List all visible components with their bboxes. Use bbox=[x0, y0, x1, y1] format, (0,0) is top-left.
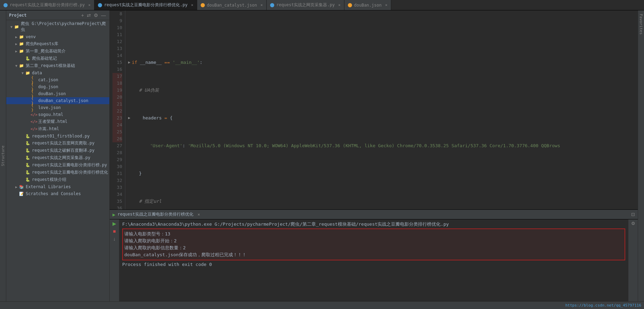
rerun-button[interactable]: ▶ bbox=[112, 221, 116, 226]
tab-1[interactable]: request实战之豆瓣电影分类排行榜.py × bbox=[0, 0, 94, 10]
sidebar-item-ch1[interactable]: ▶ 📁 第一章_爬虫基础简介 bbox=[6, 48, 109, 55]
sidebar-item-venv[interactable]: ▶ 📁 venv bbox=[6, 33, 109, 40]
sidebar-item-requests[interactable]: ▶ 📁 爬虫Requests库 bbox=[6, 40, 109, 48]
data-folder-icon: 📁 bbox=[25, 70, 31, 76]
run-tab[interactable]: ▶ request实战之豆瓣电影分类排行榜优化 × bbox=[112, 211, 200, 217]
scratches-label: Scratches and Consoles bbox=[26, 191, 81, 196]
scratches-arrow bbox=[14, 191, 19, 196]
terminal-cmd: F:\Anaconda3\Anaconda3\python.exe G:/Pro… bbox=[122, 221, 625, 228]
tab-5[interactable]: douBan.json × bbox=[344, 0, 391, 10]
requests-arrow: ▶ bbox=[14, 42, 19, 47]
data-arrow: ▼ bbox=[20, 70, 25, 75]
code-line-12: 'User-Agent': 'Mozilla/5.0 (Windows NT 1… bbox=[128, 142, 638, 149]
douban-arrow bbox=[26, 91, 31, 96]
cat-arrow bbox=[26, 77, 31, 82]
sidebar-item-notes[interactable]: 🐍 爬虫基础笔记 bbox=[6, 55, 109, 62]
tab-3-close[interactable]: × bbox=[260, 3, 263, 7]
sidebar-item-request-intro[interactable]: 🐍 request模块介绍 bbox=[6, 176, 109, 183]
data-label: data bbox=[32, 70, 42, 75]
run-tab-close[interactable]: × bbox=[198, 212, 200, 217]
output-line-3: 请输入爬取的电影信息数量：2 bbox=[124, 245, 186, 250]
tab-3[interactable]: douBan_catalyst.json × bbox=[197, 0, 267, 10]
sidebar-item-cat[interactable]: { } cat.json bbox=[6, 76, 109, 83]
requests-label: 爬虫Requests库 bbox=[26, 41, 58, 47]
sidebar-item-scratches[interactable]: 📝 Scratches and Consoles bbox=[6, 190, 109, 197]
sidebar-item-request01[interactable]: 🐍 request01_firstblood.py bbox=[6, 133, 109, 140]
terminal-line-1: 请输入电影类型号：13 bbox=[124, 231, 623, 237]
structure-panel[interactable]: Structure bbox=[0, 10, 6, 301]
sidebar-item-xusong[interactable]: </> 许嵩.html bbox=[6, 125, 109, 133]
sidebar-header: Project + ⇄ ⚙ — bbox=[6, 10, 109, 20]
py-icon bbox=[3, 3, 8, 7]
sidebar-item-douban[interactable]: { } douBan.json bbox=[6, 90, 109, 97]
add-button[interactable]: + bbox=[81, 12, 85, 18]
dog-label: dog.json bbox=[38, 84, 58, 89]
output-line-4: douBan_catalyst.json保存成功，爬取过程已完成！！！ bbox=[124, 252, 246, 257]
sidebar-item-web-collector[interactable]: 🐍 request实战之网页采集器.py bbox=[6, 154, 109, 161]
sidebar-item-douban-optimized[interactable]: 🐍 request实战之豆瓣电影分类排行榜优化 bbox=[6, 169, 109, 176]
sidebar-item-love[interactable]: { } love.json bbox=[6, 104, 109, 111]
r01-arrow bbox=[20, 134, 25, 139]
tab-2[interactable]: request实战之豆瓣电影分类排行榜优化.py × bbox=[94, 0, 197, 10]
sidebar-item-baidu-translate[interactable]: 🐍 request实战之破解百度翻译.py bbox=[6, 147, 109, 154]
ch2-label: 第二章_request模块基础 bbox=[26, 63, 75, 69]
settings-run-button[interactable]: ⚙ bbox=[631, 221, 635, 226]
sync-button[interactable]: ⇄ bbox=[86, 12, 92, 18]
run-panel-content: ▶ ■ ↓ F:\Anaconda3\Anaconda3\python.exe … bbox=[110, 219, 638, 301]
tab-2-close[interactable]: × bbox=[191, 3, 193, 7]
structure-label: Structure bbox=[1, 145, 5, 166]
sidebar-item-sogou[interactable]: </> sogou.html bbox=[6, 111, 109, 118]
sidebar-item-data[interactable]: ▼ 📁 data bbox=[6, 69, 109, 76]
sidebar-item-ext-libs[interactable]: ▶ 📚 External Libraries bbox=[6, 183, 109, 190]
maximize-button[interactable]: ⊡ bbox=[631, 212, 635, 217]
sidebar-item-ch2[interactable]: ▼ 📁 第二章_request模块基础 bbox=[6, 62, 109, 69]
status-url[interactable]: https://blog.csdn.net/qq_45797116 bbox=[565, 303, 641, 308]
dog-json-icon: { } bbox=[31, 84, 37, 90]
ch1-folder-icon: 📁 bbox=[19, 49, 24, 54]
sidebar-item-baidu-crawl[interactable]: 🐍 request实战之百度网页爬取.py bbox=[6, 140, 109, 147]
notes-label: 爬虫基础笔记 bbox=[32, 56, 57, 61]
ch2-folder-icon: 📁 bbox=[19, 63, 24, 69]
minimize-button[interactable]: — bbox=[100, 12, 107, 18]
line-numbers: 8 9 10 11 12 13 14 15 16 17 18 19 20 21 … bbox=[110, 10, 125, 209]
notes-arrow bbox=[20, 56, 25, 61]
terminal-output[interactable]: F:\Anaconda3\Anaconda3\python.exe G:/Pro… bbox=[119, 219, 628, 301]
douban-rank-label: request实战之豆瓣电影分类排行榜.py bbox=[32, 162, 107, 168]
douban-opt-py-icon: 🐍 bbox=[25, 170, 31, 175]
terminal-process-line: Process finished with exit code 0 bbox=[122, 261, 625, 268]
output-line-2: 请输入爬取的电影开始：2 bbox=[124, 238, 177, 243]
run-panel-header: ▶ request实战之豆瓣电影分类排行榜优化 × ⊡ bbox=[110, 210, 638, 219]
stop-button[interactable]: ■ bbox=[113, 228, 116, 234]
output-line-1: 请输入电影类型号：13 bbox=[124, 231, 170, 236]
settings-button[interactable]: ⚙ bbox=[93, 12, 99, 18]
venv-folder-icon: 📁 bbox=[19, 34, 24, 40]
sogou-html-icon: </> bbox=[31, 112, 37, 117]
love-json-icon: { } bbox=[31, 105, 37, 110]
scroll-to-end-button[interactable]: ↓ bbox=[113, 236, 116, 242]
tab-4[interactable]: request实战之网页采集器.py × bbox=[267, 0, 344, 10]
terminal-line-3: 请输入爬取的电影信息数量：2 bbox=[124, 244, 623, 251]
catalyst-json-icon: { } bbox=[31, 98, 37, 103]
run-icon: ▶ bbox=[112, 212, 115, 217]
code-editor[interactable]: 8 9 10 11 12 13 14 15 16 17 18 19 20 21 … bbox=[110, 10, 638, 209]
favorites-label: Favorites bbox=[639, 14, 643, 35]
sidebar-item-douban-rank[interactable]: 🐍 request实战之豆瓣电影分类排行榜.py bbox=[6, 161, 109, 169]
code-content[interactable]: ▶ if __name__ == '__main__': # UA伪装 ▶ he… bbox=[125, 10, 638, 209]
root-arrow: ▼ bbox=[9, 24, 14, 29]
tab-5-close[interactable]: × bbox=[385, 3, 387, 7]
sidebar-item-wangzhe[interactable]: </> 王者荣耀.html bbox=[6, 118, 109, 125]
sidebar-item-dog[interactable]: { } dog.json bbox=[6, 83, 109, 90]
sidebar-item-catalyst[interactable]: { } douBan_catalyst.json bbox=[6, 97, 109, 104]
tab-1-label: request实战之豆瓣电影分类排行榜.py bbox=[10, 2, 85, 8]
baidu-crawl-arrow bbox=[20, 141, 25, 146]
cat-json-icon: { } bbox=[31, 77, 37, 83]
run-right-toolbar: ⚙ bbox=[628, 219, 638, 301]
process-finished-text: Process finished with exit code 0 bbox=[122, 262, 212, 267]
tab-1-close[interactable]: × bbox=[88, 3, 91, 7]
baidu-crawl-label: request实战之百度网页爬取.py bbox=[32, 140, 94, 146]
sidebar-root[interactable]: ▼ 📁 爬虫 G:\Projects\pycharmeProject\爬虫 bbox=[6, 20, 109, 33]
ext-libs-arrow: ▶ bbox=[14, 184, 19, 189]
douban-label: douBan.json bbox=[38, 91, 66, 96]
tab-4-close[interactable]: × bbox=[338, 3, 341, 7]
py-icon-4 bbox=[270, 3, 274, 7]
